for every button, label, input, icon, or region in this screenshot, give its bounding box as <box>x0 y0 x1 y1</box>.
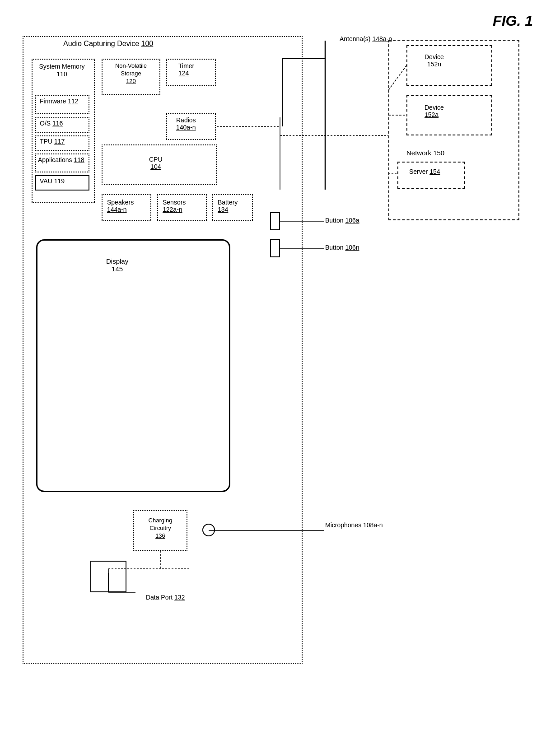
button-106n-element <box>270 239 280 257</box>
figure-title: FIG. 1 <box>493 13 533 29</box>
firmware-label: Firmware 112 <box>40 98 79 105</box>
microphones-label: Microphones 108a-n <box>325 521 383 529</box>
display-box <box>36 239 230 492</box>
device-152n-label: Device 152n <box>425 53 444 68</box>
main-device-label: Audio Capturing Device 100 <box>63 40 153 48</box>
charging-label: Charging Circuitry 136 <box>140 517 181 540</box>
antenna-label: Antenna(s) 148a-n <box>340 35 392 42</box>
os-label: O/S 116 <box>40 120 63 127</box>
radios-label: Radios 140a-n <box>176 116 196 131</box>
device-152a-label: Device 152a <box>425 104 444 118</box>
microphone-symbol <box>202 524 215 536</box>
button-106a-label: Button 106a <box>325 217 359 224</box>
page: FIG. 1 Audio Capturing Devic <box>0 0 560 730</box>
data-port-label: — Data Port 132 <box>138 594 185 601</box>
data-port-box <box>90 561 126 592</box>
device-152n-box <box>406 45 492 86</box>
server-label: Server 154 <box>409 168 440 175</box>
sensors-label: Sensors 122a-n <box>163 199 186 213</box>
tpu-label: TPU 117 <box>40 138 65 145</box>
cpu-label: CPU 104 <box>149 156 163 170</box>
button-106n-label: Button 106n <box>325 244 359 251</box>
battery-label: Battery 134 <box>218 199 238 213</box>
speakers-label: Speakers 144a-n <box>107 199 134 213</box>
vau-label: VAU 119 <box>40 177 65 185</box>
display-label: Display 145 <box>106 257 128 273</box>
nvs-label: Non-Volatile Storage 120 <box>106 62 156 84</box>
applications-label: Applications 118 <box>38 156 84 163</box>
server-box <box>397 162 465 189</box>
button-106a-element <box>270 212 280 230</box>
device-152a-box <box>406 95 492 135</box>
network-label: Network 150 <box>406 149 444 157</box>
system-memory-label: System Memory 110 <box>37 62 87 78</box>
timer-label: Timer 124 <box>178 62 194 77</box>
